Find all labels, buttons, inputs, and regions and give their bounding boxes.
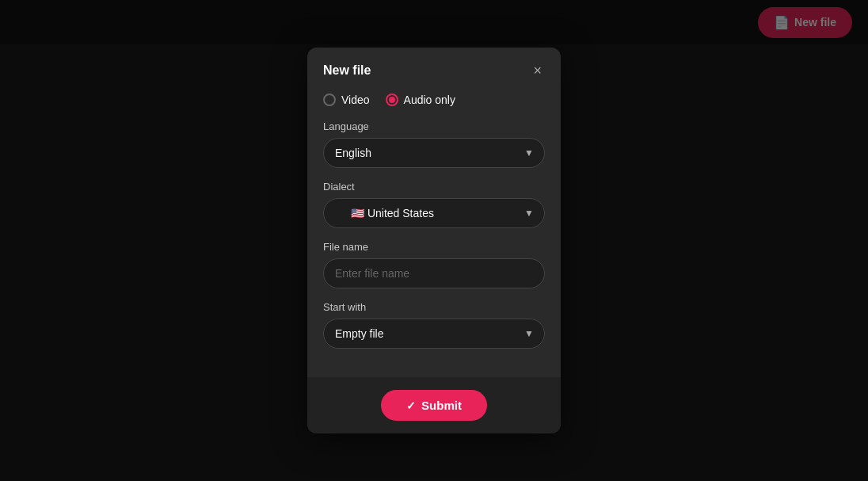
- language-label: Language: [323, 120, 545, 132]
- close-icon: ×: [533, 63, 542, 78]
- start-with-field-group: Start with Empty file Template Import ▼: [323, 301, 545, 349]
- filename-input[interactable]: [323, 258, 545, 288]
- submit-button[interactable]: ✓ Submit: [381, 390, 487, 421]
- dialect-field-group: Dialect 🇺🇸 United States 🇬🇧 United Kingd…: [323, 181, 545, 228]
- filename-label: File name: [323, 241, 545, 253]
- close-button[interactable]: ×: [530, 62, 545, 79]
- modal-footer: ✓ Submit: [307, 377, 561, 433]
- start-with-select-wrapper: Empty file Template Import ▼: [323, 319, 545, 349]
- submit-checkmark-icon: ✓: [406, 399, 416, 412]
- filename-field-group: File name: [323, 241, 545, 288]
- dialect-label: Dialect: [323, 181, 545, 193]
- start-with-select[interactable]: Empty file Template Import: [323, 319, 545, 349]
- submit-label: Submit: [421, 399, 462, 412]
- start-with-label: Start with: [323, 301, 545, 313]
- radio-audio-only-label: Audio only: [404, 94, 455, 106]
- language-select[interactable]: English Spanish French German: [323, 138, 545, 168]
- modal-body: Video Audio only Language English Spanis…: [307, 90, 561, 377]
- dialect-select[interactable]: 🇺🇸 United States 🇬🇧 United Kingdom 🇦🇺 Au…: [323, 198, 545, 228]
- new-file-modal: New file × Video Audio only Language: [307, 48, 561, 433]
- radio-audio-only[interactable]: Audio only: [386, 94, 455, 106]
- modal-header: New file ×: [307, 48, 561, 90]
- language-select-wrapper: English Spanish French German ▼: [323, 138, 545, 168]
- radio-audio-only-input[interactable]: [386, 94, 398, 106]
- language-field-group: Language English Spanish French German ▼: [323, 120, 545, 168]
- dialect-select-wrapper: 🇺🇸 United States 🇬🇧 United Kingdom 🇦🇺 Au…: [323, 198, 545, 228]
- radio-video[interactable]: Video: [323, 94, 370, 106]
- modal-title: New file: [323, 63, 371, 78]
- radio-video-label: Video: [341, 94, 370, 106]
- modal-overlay: New file × Video Audio only Language: [0, 0, 868, 481]
- radio-video-input[interactable]: [323, 94, 336, 106]
- media-type-radio-group: Video Audio only: [323, 94, 545, 106]
